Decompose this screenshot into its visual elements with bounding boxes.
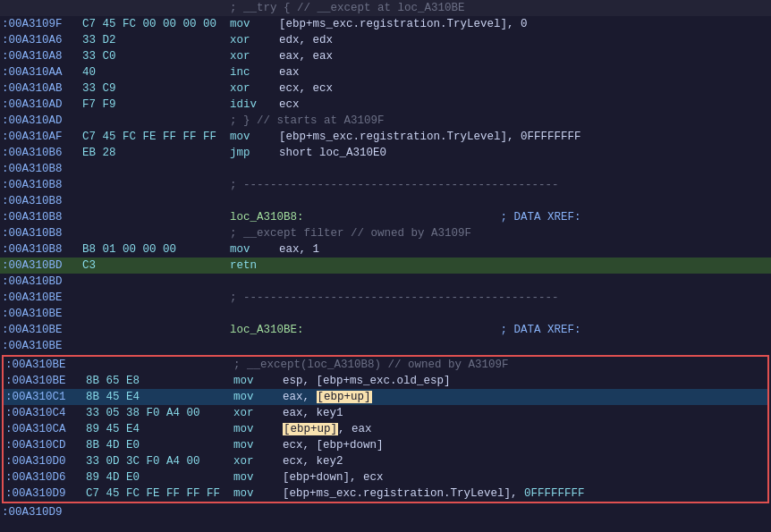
redbox-mov-eax: :00A310C1 8B 45 E4 mov eax, [ebp+up] — [4, 389, 767, 405]
redbox-xor-key1: :00A310C4 33 05 38 F0 A4 00 xor eax, key… — [4, 405, 767, 421]
line-try-comment: ; __try { // __except at loc_A310BE — [0, 0, 771, 16]
redbox-mov-esp: :00A310BE 8B 65 E8 mov esp, [ebp+ms_exc.… — [4, 373, 767, 389]
line-separator-1: :00A310B8 ; ----------------------------… — [0, 177, 771, 193]
line-a310a6: :00A310A6 33 D2 xor edx, edx — [0, 32, 771, 48]
line-a3109f: :00A3109F C7 45 FC 00 00 00 00 mov [ebp+… — [0, 16, 771, 32]
line-a310ad-comment: :00A310AD ; } // starts at A3109F — [0, 113, 771, 129]
line-empty-bd: :00A310BD — [0, 274, 771, 290]
disasm-container: ; __try { // __except at loc_A310BE :00A… — [0, 0, 771, 532]
redbox-except-comment: :00A310BE ; __except(loc_A310B8) // owne… — [4, 357, 767, 373]
redbox-xor-key2: :00A310D0 33 0D 3C F0 A4 00 xor ecx, key… — [4, 453, 767, 469]
redbox-mov-ecx: :00A310CD 8B 4D E0 mov ecx, [ebp+down] — [4, 437, 767, 453]
line-empty-b8-1: :00A310B8 — [0, 161, 771, 177]
line-empty-b8-2: :00A310B8 — [0, 193, 771, 209]
line-loc-a310b8-label: :00A310B8 loc_A310B8: ; DATA XREF: — [0, 209, 771, 225]
line-empty-be-1: :00A310BE — [0, 306, 771, 322]
line-a310b6: :00A310B6 EB 28 jmp short loc_A310E0 — [0, 145, 771, 161]
line-loc-a310be-label: :00A310BE loc_A310BE: ; DATA XREF: — [0, 322, 771, 338]
line-a310bd-retn: :00A310BD C3 retn — [0, 258, 771, 274]
red-box-region: :00A310BE ; __except(loc_A310B8) // owne… — [2, 355, 769, 503]
line-a310ab: :00A310AB 33 C9 xor ecx, ecx — [0, 80, 771, 97]
redbox-mov-trylevel: :00A310D9 C7 45 FC FE FF FF FF mov [ebp+… — [4, 486, 767, 502]
line-a310aa: :00A310AA 40 inc eax — [0, 64, 771, 80]
redbox-mov-ebpup: :00A310CA 89 45 E4 mov [ebp+up], eax — [4, 421, 767, 437]
line-a310ad: :00A310AD F7 F9 idiv ecx — [0, 97, 771, 113]
ebpup-highlight-2: [ebp+up] — [283, 423, 338, 435]
line-separator-2: :00A310BE ; ----------------------------… — [0, 290, 771, 306]
line-except-filter-comment: :00A310B8 ; __except filter // owned by … — [0, 225, 771, 241]
redbox-mov-ebpdown: :00A310D6 89 4D E0 mov [ebp+down], ecx — [4, 469, 767, 486]
line-a310af: :00A310AF C7 45 FC FE FF FF FF mov [ebp+… — [0, 129, 771, 145]
line-empty-be-2: :00A310BE — [0, 338, 771, 354]
ebpup-highlight-1: [ebp+up] — [317, 391, 372, 403]
line-a310d9-end: :00A310D9 — [0, 504, 771, 520]
line-a310a8: :00A310A8 33 C0 xor eax, eax — [0, 48, 771, 64]
line-a310b8-mov: :00A310B8 B8 01 00 00 00 mov eax, 1 — [0, 241, 771, 258]
